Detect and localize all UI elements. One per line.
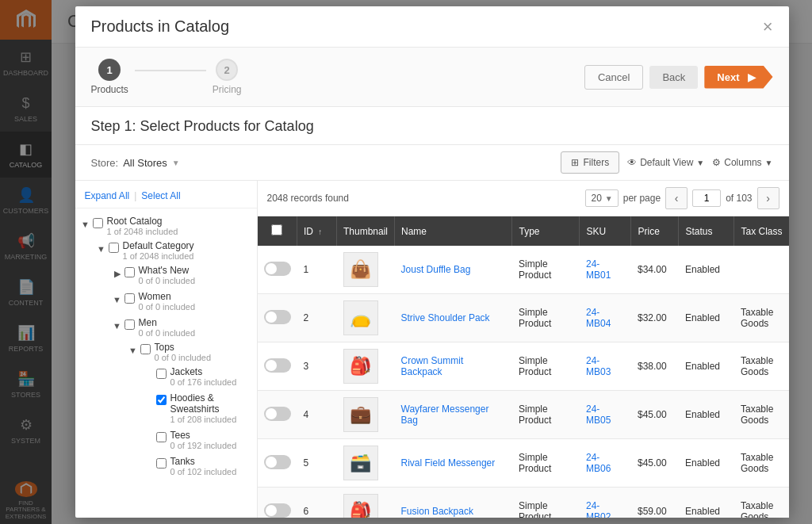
product-name-link-6[interactable]: Fusion Backpack — [401, 506, 473, 517]
hoodies-label[interactable]: Hoodies & Sweatshirts — [170, 392, 251, 415]
sku-link-4[interactable]: 24- MB05 — [586, 404, 611, 426]
root-checkbox[interactable] — [93, 218, 103, 228]
row-toggle-3[interactable] — [264, 358, 291, 373]
cell-name-4[interactable]: Wayfarer Messenger Bag — [395, 391, 512, 439]
store-selector[interactable]: Store: All Stores ▼ — [91, 157, 180, 169]
col-type[interactable]: Type — [512, 216, 580, 246]
tops-label[interactable]: Tops — [155, 342, 212, 353]
next-button[interactable]: Next ▶ — [704, 66, 772, 89]
cell-name-3[interactable]: Crown Summit Backpack — [395, 342, 512, 391]
men-checkbox[interactable] — [124, 319, 135, 330]
product-name-link-4[interactable]: Wayfarer Messenger Bag — [401, 404, 489, 426]
tees-label[interactable]: Tees — [170, 430, 237, 441]
modal-close-button[interactable]: × — [763, 18, 773, 36]
cell-name-5[interactable]: Rival Field Messenger — [395, 439, 512, 488]
columns-label: Columns — [724, 157, 761, 168]
sku-link-2[interactable]: 24- MB04 — [586, 307, 611, 329]
col-price[interactable]: Price — [631, 216, 679, 246]
view-selector[interactable]: 👁 Default View ▼ — [627, 157, 704, 168]
cancel-button[interactable]: Cancel — [584, 65, 643, 90]
women-toggle-icon[interactable]: ▼ — [110, 293, 124, 307]
tops-toggle-icon[interactable]: ▼ — [126, 343, 140, 358]
cell-name-6[interactable]: Fusion Backpack — [395, 488, 512, 518]
tanks-checkbox[interactable] — [156, 458, 167, 469]
tree-node-tops: ▼ Tops 0 of 0 included — [123, 338, 257, 480]
tanks-label[interactable]: Tanks — [170, 456, 237, 467]
wizard-steps: 1 Products 2 Pricing — [91, 59, 242, 95]
sku-link-1[interactable]: 24- MB01 — [586, 258, 611, 281]
women-checkbox[interactable] — [124, 293, 135, 304]
row-toggle-2[interactable] — [264, 310, 291, 324]
row-toggle-6[interactable] — [264, 503, 291, 518]
cell-name-1[interactable]: Joust Duffle Bag — [395, 246, 512, 294]
default-cat-label[interactable]: Default Category — [123, 240, 194, 251]
col-name[interactable]: Name — [395, 216, 512, 246]
cell-status-5: Enabled — [679, 439, 734, 488]
tree-node-whats-new: ▶ What's New 0 of 0 included — [107, 261, 257, 287]
whats-new-sub: 0 of 0 included — [139, 276, 196, 285]
cell-sku-5[interactable]: 24- MB06 — [580, 439, 631, 488]
next-page-button[interactable]: › — [757, 187, 779, 209]
tops-checkbox[interactable] — [140, 344, 151, 354]
whats-new-label[interactable]: What's New — [139, 265, 196, 276]
col-sku[interactable]: SKU — [580, 216, 631, 246]
wizard-step-2[interactable]: 2 Pricing — [213, 59, 242, 95]
per-page-label: per page — [623, 193, 661, 204]
default-cat-toggle-icon[interactable]: ▼ — [94, 242, 109, 256]
row-toggle-1[interactable] — [264, 262, 291, 276]
cell-sku-2[interactable]: 24- MB04 — [580, 294, 631, 342]
back-button[interactable]: Back — [649, 66, 698, 89]
cell-sku-1[interactable]: 24- MB01 — [580, 246, 631, 294]
row-toggle-4[interactable] — [264, 407, 291, 421]
cell-sku-4[interactable]: 24- MB05 — [580, 391, 631, 439]
cell-id-6: 6 — [297, 488, 337, 518]
filter-button[interactable]: ⊞ Filters — [561, 151, 620, 174]
prev-page-button[interactable]: ‹ — [665, 187, 688, 209]
sku-link-6[interactable]: 24- MB02 — [586, 500, 611, 518]
product-name-link-3[interactable]: Crown Summit Backpack — [401, 355, 464, 377]
expand-all-link[interactable]: Expand All — [85, 190, 130, 201]
cell-name-2[interactable]: Strive Shoulder Pack — [395, 294, 512, 342]
page-number-input[interactable] — [692, 189, 721, 207]
store-label: Store: — [91, 157, 119, 169]
tree-node-default-cat: ▼ Default Category 1 of 2048 included — [91, 236, 257, 483]
wizard-bar: 1 Products 2 Pricing Cancel Back Next — [75, 48, 789, 107]
cell-price-5: $45.00 — [631, 439, 679, 488]
men-toggle-icon[interactable]: ▼ — [110, 319, 124, 333]
jackets-label[interactable]: Jackets — [170, 366, 237, 377]
whats-new-toggle-icon[interactable]: ▶ — [110, 266, 124, 281]
col-status[interactable]: Status — [679, 216, 734, 246]
select-all-checkbox[interactable] — [271, 224, 282, 235]
sku-link-5[interactable]: 24- MB06 — [586, 452, 611, 474]
table-row: 5 🗃️ Rival Field Messenger Simple Produc… — [258, 439, 789, 488]
product-name-link-5[interactable]: Rival Field Messenger — [401, 457, 496, 469]
col-id[interactable]: ID ↑ — [297, 216, 337, 246]
select-all-link[interactable]: Select All — [141, 190, 180, 201]
col-select[interactable] — [258, 216, 297, 246]
sku-link-3[interactable]: 24- MB03 — [586, 355, 611, 377]
step-2-label: Pricing — [213, 84, 242, 95]
columns-selector[interactable]: ⚙ Columns ▼ — [712, 157, 772, 168]
default-cat-checkbox[interactable] — [109, 243, 119, 253]
men-label[interactable]: Men — [139, 317, 196, 328]
cell-sku-6[interactable]: 24- MB02 — [580, 488, 631, 518]
root-label[interactable]: Root Catalog — [107, 216, 178, 227]
cell-sku-3[interactable]: 24- MB03 — [580, 342, 631, 391]
tree-node-hoodies: Hoodies & Sweatshirts 1 of 208 included — [139, 388, 257, 426]
per-page-selector[interactable]: 20 ▼ — [585, 189, 618, 207]
store-value: All Stores — [123, 157, 167, 169]
product-name-link-1[interactable]: Joust Duffle Bag — [401, 264, 471, 275]
col-tax[interactable]: Tax Class — [734, 216, 789, 246]
hoodies-checkbox[interactable] — [156, 395, 167, 405]
whats-new-checkbox[interactable] — [124, 267, 135, 277]
row-toggle-5[interactable] — [264, 455, 291, 469]
jackets-checkbox[interactable] — [156, 369, 167, 379]
table-row: 1 👜 Joust Duffle Bag Simple Product 24- … — [258, 246, 789, 294]
tees-checkbox[interactable] — [156, 432, 167, 442]
step-1-label: Products — [91, 84, 128, 95]
root-toggle-icon[interactable]: ▼ — [79, 217, 93, 231]
wizard-step-1[interactable]: 1 Products — [91, 59, 128, 95]
cell-thumb-1: 👜 — [337, 246, 395, 294]
women-label[interactable]: Women — [139, 291, 196, 302]
product-name-link-2[interactable]: Strive Shoulder Pack — [401, 312, 490, 323]
